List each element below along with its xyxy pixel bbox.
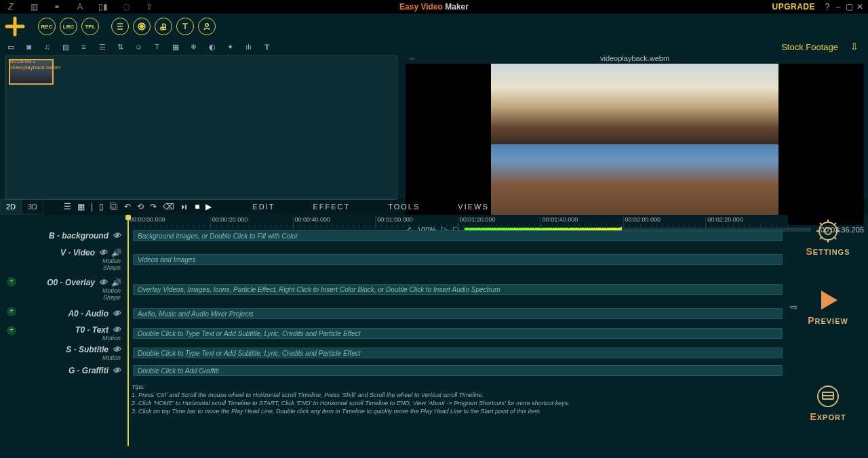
filter-icon[interactable]: ≡ <box>79 42 89 52</box>
track-video: V - Video👁🔊 MotionShape Videos and Image… <box>0 245 788 274</box>
track-strip[interactable]: Double Click to Type Text or Add Subtitl… <box>133 348 783 358</box>
middle-row: 00:06:09.1 videoplayback.webm ↔ videopla… <box>0 54 868 199</box>
user-icon[interactable]: ⇧ <box>144 1 155 12</box>
download-icon[interactable]: ⇩ <box>850 41 859 52</box>
track-strip[interactable]: Double Click to Type Text or Add Subtitl… <box>133 328 783 339</box>
lyric-button[interactable]: LRC <box>60 18 77 35</box>
add-media-button[interactable] <box>4 16 26 37</box>
tracks: B - background👁 Background Images, or Do… <box>0 227 788 446</box>
record-button[interactable]: REC <box>38 18 56 35</box>
camera-icon[interactable]: ◙ <box>24 42 34 52</box>
music-button[interactable] <box>155 18 172 35</box>
eye-icon[interactable]: 👁 <box>113 366 121 375</box>
app-title: Easy Video Maker <box>399 2 469 12</box>
screen-icon[interactable]: ▭ <box>5 42 16 52</box>
font-icon[interactable]: A <box>75 1 85 12</box>
dup-icon[interactable]: ⿻ <box>110 202 118 211</box>
time-ruler[interactable]: 00:00:00.000 00:00:20.000 00:00:40.000 0… <box>127 215 788 227</box>
track-strip[interactable]: Background Images, or Double Click to Fi… <box>133 230 783 241</box>
mask-icon[interactable]: ◐ <box>207 42 217 52</box>
tab-2d[interactable]: 2D <box>0 199 22 215</box>
eye-icon[interactable]: 👁 <box>113 231 121 241</box>
align-left-icon[interactable]: ☰ <box>64 202 71 211</box>
minimize-button[interactable]: – <box>834 2 842 12</box>
eye-icon[interactable]: 👁 <box>113 309 121 318</box>
titlebar: Z ▥ ⚭ A ▯▮ ◌ ⇧ Easy Video Maker UPGRADE … <box>0 0 868 14</box>
file-menu-icon[interactable]: ▥ <box>28 1 39 12</box>
maximize-button[interactable]: ▢ <box>845 2 853 12</box>
search-icon[interactable]: ◌ <box>121 1 132 12</box>
snow-icon[interactable]: ❄ <box>189 42 199 52</box>
menu-views[interactable]: VIEWS <box>458 203 488 211</box>
track-overlay: + O0 - Overlay👁🔊 MotionShape Overlay Vid… <box>0 274 788 304</box>
crop-icon[interactable]: ▯ <box>99 202 104 211</box>
emoji-icon[interactable]: ☺ <box>134 42 144 52</box>
levels-icon[interactable]: ılı <box>243 42 254 52</box>
media-clip[interactable]: 00:06:09.1 videoplayback.webm <box>9 59 54 85</box>
note-icon[interactable]: ♫ <box>42 42 52 52</box>
delete-icon[interactable]: ⌫ <box>163 202 174 211</box>
puzzle-icon[interactable]: ✦ <box>225 42 235 52</box>
export-button[interactable]: EXPORT <box>810 384 846 422</box>
video-frame <box>491 64 778 225</box>
close-button[interactable]: ✕ <box>856 2 864 12</box>
playhead[interactable] <box>127 215 129 446</box>
track-strip[interactable]: Audio, Music and Audio Mixer Projects <box>133 308 783 319</box>
stock-footage-link[interactable]: Stock Footage <box>781 42 838 52</box>
text-icon[interactable]: T <box>152 42 162 52</box>
media-pool[interactable]: 00:06:09.1 videoplayback.webm <box>5 56 397 200</box>
main-toolbar: REC LRC TPL <box>0 14 868 39</box>
settings-button[interactable]: SETTINGS <box>806 219 850 257</box>
eye-icon[interactable]: 👁 <box>99 278 107 287</box>
track-audio: + A0 - Audio👁 Audio, Music and Audio Mix… <box>0 304 788 323</box>
track-graffiti: G - Graffiti👁 Double Click to Add Graffi… <box>0 362 788 379</box>
sub-toolbar: ▭ ◙ ♫ ▨ ≡ ☰ ⇅ ☺ T ▦ ❄ ◐ ✦ ılı 𝐓 Stock Fo… <box>0 39 868 54</box>
menu-edit[interactable]: EDIT <box>252 203 275 211</box>
list2-icon[interactable]: ☰ <box>97 42 107 52</box>
tab-3d[interactable]: 3D <box>22 199 43 215</box>
undo-icon[interactable]: ↶ <box>124 202 131 211</box>
grid2-icon[interactable]: ▦ <box>170 42 180 52</box>
add-track-button[interactable]: + <box>7 277 16 287</box>
image-icon[interactable]: ▨ <box>60 42 71 52</box>
profile-button[interactable] <box>198 18 216 35</box>
upgrade-link[interactable]: UPGRADE <box>772 2 815 12</box>
track-strip[interactable]: Overlay Videos, Images, Icons, Particle … <box>133 284 783 295</box>
add-track-button[interactable]: + <box>7 307 16 316</box>
play2-icon[interactable]: ▶ <box>205 202 212 211</box>
grid-icon[interactable]: ▦ <box>77 202 85 211</box>
link-icon[interactable]: ⚭ <box>52 1 62 12</box>
add-track-button[interactable]: + <box>7 326 16 335</box>
svg-point-5 <box>825 228 831 234</box>
template-button[interactable]: TPL <box>81 18 99 35</box>
preview-button[interactable]: ⇨ PREVIEW <box>808 315 848 326</box>
eye-icon[interactable]: 👁 <box>99 248 107 257</box>
preview-canvas[interactable] <box>406 64 864 225</box>
sort-icon[interactable]: ⇅ <box>115 42 125 52</box>
font2-icon[interactable]: 𝐓 <box>262 42 272 52</box>
help-button[interactable]: ? <box>823 2 831 12</box>
loop-icon[interactable]: ⟲ <box>137 202 144 211</box>
expand-icon[interactable]: ⇨ <box>790 301 798 312</box>
stop2-icon[interactable]: ■ <box>195 202 199 211</box>
preview-pane: ↔ videoplayback.webm ⤢ 100% ▷ ▢ 00:03:36… <box>401 54 868 199</box>
columns-icon[interactable]: ▯▮ <box>98 1 108 12</box>
text-tool-button[interactable] <box>176 18 194 35</box>
split-icon[interactable]: | <box>91 202 93 211</box>
volume-icon[interactable]: 🔊 <box>111 278 121 287</box>
resize-icon[interactable]: ↔ <box>408 54 416 62</box>
svg-point-1 <box>161 27 163 30</box>
timeline-main: 00:00:00.000 00:00:20.000 00:00:40.000 0… <box>0 215 788 446</box>
track-subtitle: S - Subtitle👁 Motion Double Click to Typ… <box>0 344 788 362</box>
effects-button[interactable] <box>133 18 151 35</box>
redo-icon[interactable]: ↷ <box>150 202 157 211</box>
track-strip[interactable]: Double Click to Add Graffiti <box>133 365 783 376</box>
volume-icon[interactable]: 🔊 <box>111 249 121 257</box>
menu-tools[interactable]: TOOLS <box>388 203 420 211</box>
eye-icon[interactable]: 👁 <box>113 345 121 354</box>
step-icon[interactable]: ⏯ <box>180 202 189 211</box>
menu-effect[interactable]: EFFECT <box>313 203 350 211</box>
list-button[interactable] <box>111 18 129 35</box>
track-strip[interactable]: Videos and Images <box>133 254 783 265</box>
eye-icon[interactable]: 👁 <box>113 325 121 335</box>
